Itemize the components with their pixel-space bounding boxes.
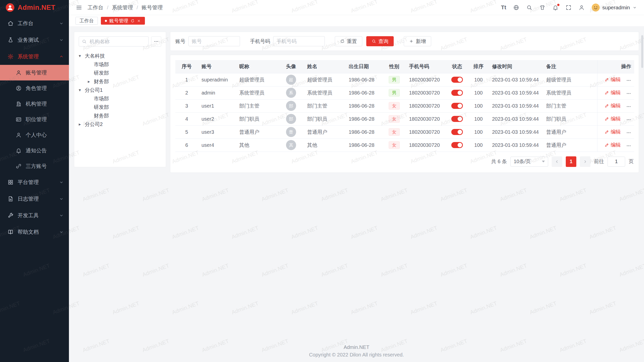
cell-gender: 女 [383, 112, 406, 125]
more-actions-icon[interactable] [626, 143, 631, 148]
sidebar-item-notice[interactable]: 通知公告 [0, 143, 69, 158]
status-toggle[interactable] [451, 77, 463, 83]
sidebar-item-personal-center[interactable]: 个人中心 [0, 127, 69, 143]
tree-node[interactable]: 研发部 [79, 103, 161, 111]
tree-caret-icon[interactable] [79, 53, 85, 59]
edit-label: 编辑 [611, 142, 621, 148]
sidebar-menu: 工作台 业务测试 系统管理 账号管理 角色管理 [0, 15, 69, 240]
search-button[interactable]: 查询 [366, 36, 394, 46]
building-icon [16, 101, 22, 107]
status-toggle[interactable] [451, 142, 463, 148]
breadcrumb-item-workbench[interactable]: 工作台 [88, 4, 103, 11]
edit-button[interactable]: 编辑 [605, 102, 621, 109]
sidebar-item-account-management[interactable]: 账号管理 [0, 65, 69, 80]
footer-title: Admin.NET [69, 343, 644, 351]
tab-account-management[interactable]: 账号管理 [101, 17, 145, 25]
tree-caret-icon[interactable] [79, 122, 85, 127]
col-nickname: 昵称 [236, 60, 278, 73]
profile-icon[interactable] [579, 5, 585, 11]
sidebar-item-third-party-account[interactable]: 三方账号 [0, 158, 69, 174]
org-search-input[interactable] [79, 36, 149, 47]
gear-icon [8, 54, 14, 60]
current-page-button[interactable]: 1 [566, 156, 576, 167]
user-menu[interactable]: superadmin [592, 4, 637, 12]
sidebar-item-dev-tools[interactable]: 开发工具 [0, 207, 69, 224]
sidebar-item-business-test[interactable]: 业务测试 [0, 32, 69, 48]
breadcrumb-item-system[interactable]: 系统管理 [112, 4, 133, 11]
tree-node-label: 分公司1 [85, 87, 103, 94]
account-input[interactable] [188, 36, 240, 46]
sidebar-item-help-docs[interactable]: 帮助文档 [0, 224, 69, 240]
language-icon[interactable] [513, 5, 519, 11]
cell-status [446, 139, 468, 152]
reset-button[interactable]: 重置 [335, 36, 362, 46]
tree-node[interactable]: 财务部 [79, 77, 161, 86]
refresh-icon[interactable] [131, 19, 135, 23]
sidebar-item-org-management[interactable]: 机构管理 [0, 96, 69, 112]
status-toggle[interactable] [451, 129, 463, 135]
scrollbar-thumb[interactable] [641, 35, 643, 68]
more-actions-icon[interactable] [626, 104, 631, 109]
add-button[interactable]: 新增 [404, 36, 431, 46]
close-icon[interactable] [137, 19, 141, 23]
tree-node-label: 市场部 [94, 95, 109, 102]
brand-logo[interactable]: Admin.NET [0, 0, 69, 15]
phone-input[interactable] [273, 36, 325, 46]
avatar: 系 [286, 88, 296, 98]
cell-name: 部门主管 [304, 99, 345, 112]
edit-button[interactable]: 编辑 [605, 128, 621, 135]
edit-button[interactable]: 编辑 [605, 142, 621, 148]
gender-badge: 女 [389, 102, 400, 110]
fullscreen-icon[interactable] [566, 5, 572, 11]
sidebar-item-label: 职位管理 [26, 116, 47, 123]
edit-button[interactable]: 编辑 [605, 89, 621, 96]
status-toggle[interactable] [451, 103, 463, 109]
tab-workbench[interactable]: 工作台 [75, 17, 98, 25]
cell-nickname: 普通用户 [236, 125, 278, 139]
menu-toggle-icon[interactable] [76, 5, 82, 11]
tree-caret-icon[interactable] [88, 79, 94, 84]
tree-node[interactable]: 分公司1 [79, 86, 161, 94]
notification-bell[interactable] [552, 5, 558, 11]
tree-node[interactable]: 市场部 [79, 94, 161, 103]
font-size-icon[interactable]: Tt [501, 5, 506, 10]
tree-more-button[interactable] [151, 36, 161, 47]
tree-node-label: 财务部 [94, 78, 109, 85]
sidebar-item-workbench[interactable]: 工作台 [0, 15, 69, 32]
org-tree-panel: 大名科技 市场部 研发部 财务部 [74, 32, 166, 167]
more-actions-icon[interactable] [626, 91, 631, 96]
cell-phone: 18020030720 [406, 112, 446, 125]
col-index: 序号 [175, 60, 198, 73]
edit-button[interactable]: 编辑 [605, 115, 621, 122]
more-actions-icon[interactable] [626, 130, 631, 135]
tree-caret-icon[interactable] [79, 87, 85, 93]
tree-node[interactable]: 市场部 [79, 60, 161, 69]
tree-node[interactable]: 大名科技 [79, 52, 161, 60]
sidebar-item-label: 三方账号 [26, 163, 47, 170]
prev-page-button[interactable] [552, 156, 562, 167]
id-card-icon [16, 116, 22, 122]
cell-order: 100 [468, 139, 489, 152]
sidebar-item-position-management[interactable]: 职位管理 [0, 112, 69, 127]
tree-node[interactable]: 分公司2 [79, 120, 161, 128]
edit-button[interactable]: 编辑 [605, 76, 621, 83]
sidebar-item-system-management[interactable]: 系统管理 [0, 48, 69, 65]
next-page-button[interactable] [580, 156, 590, 167]
page-size-select[interactable]: 10条/页 [510, 157, 548, 167]
theme-icon[interactable] [539, 5, 545, 11]
chevron-left-icon [554, 159, 559, 164]
sidebar-item-role-management[interactable]: 角色管理 [0, 80, 69, 96]
status-toggle[interactable] [451, 116, 463, 122]
goto-page-input[interactable] [608, 157, 625, 167]
tree-node[interactable]: 财务部 [79, 111, 161, 120]
file-icon [8, 196, 14, 202]
status-toggle[interactable] [451, 90, 463, 96]
breadcrumb-item-account: 账号管理 [142, 4, 163, 11]
sidebar-item-log-management[interactable]: 日志管理 [0, 191, 69, 207]
search-icon[interactable] [526, 5, 532, 11]
more-actions-icon[interactable] [626, 117, 631, 122]
more-actions-icon[interactable] [626, 78, 631, 83]
search-label: 查询 [378, 38, 388, 45]
sidebar-item-platform-management[interactable]: 平台管理 [0, 174, 69, 191]
tree-node[interactable]: 研发部 [79, 69, 161, 77]
